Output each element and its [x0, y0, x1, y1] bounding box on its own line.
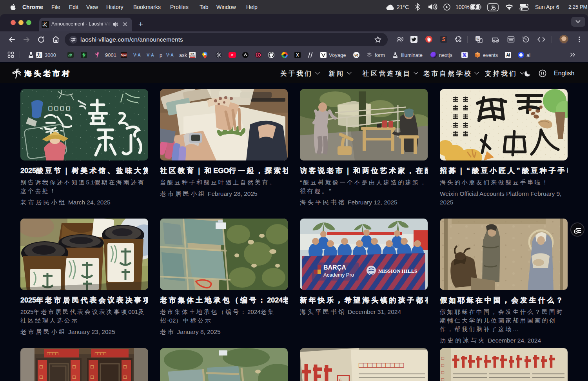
- svg-text:□: □: [123, 374, 127, 380]
- svg-text:□: □: [441, 355, 444, 361]
- svg-text:A: A: [506, 53, 509, 57]
- svg-text:□: □: [73, 364, 76, 370]
- svg-text:V·A: V·A: [166, 53, 174, 57]
- svg-text:□: □: [441, 363, 444, 368]
- svg-text:□: □: [40, 364, 43, 370]
- svg-text:6: 6: [339, 378, 341, 381]
- svg-text:□□□□□□□□□□: □□□□□□□□□□: [359, 361, 404, 369]
- svg-text:□: □: [73, 374, 76, 380]
- svg-text:□: □: [441, 377, 444, 381]
- svg-text:□□□□: □□□□: [47, 351, 58, 356]
- svg-text:□: □: [441, 370, 444, 375]
- svg-text:□: □: [91, 374, 94, 380]
- svg-text:Spor: Spor: [121, 54, 127, 57]
- svg-text:WORLD: WORLD: [190, 55, 196, 57]
- svg-text:BARÇA: BARÇA: [323, 264, 346, 271]
- svg-text:v0: v0: [354, 53, 358, 57]
- svg-text:□: □: [40, 374, 43, 380]
- svg-text:Academy Pro: Academy Pro: [323, 272, 354, 278]
- svg-text:□: □: [123, 364, 127, 370]
- svg-text:□: □: [91, 364, 94, 370]
- svg-text:V·A: V·A: [133, 53, 141, 57]
- svg-text:MISSION HILLS: MISSION HILLS: [378, 268, 417, 274]
- svg-text:□□□□: □□□□: [95, 351, 106, 356]
- svg-text:V·A: V·A: [147, 53, 154, 57]
- svg-text:□□□□: □□□□: [49, 105, 72, 111]
